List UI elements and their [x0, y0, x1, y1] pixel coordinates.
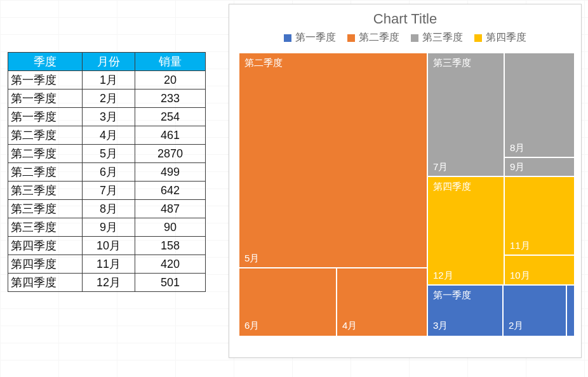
cell-quarter[interactable]: 第三季度	[8, 182, 83, 200]
treemap-leaf-label: 11月	[510, 240, 530, 252]
cell-month[interactable]: 3月	[83, 108, 135, 126]
treemap-leaf-label: 3月	[433, 320, 448, 332]
treemap-cell-q1-2[interactable]: 2月	[502, 284, 568, 337]
cell-month[interactable]: 12月	[83, 274, 135, 292]
treemap-cell-q4-11[interactable]: 11月	[504, 176, 575, 257]
cell-sales[interactable]: 499	[135, 163, 206, 182]
cell-month[interactable]: 5月	[83, 145, 135, 163]
table-row: 第二季度 5月 2870	[8, 145, 206, 163]
table-header-row: 季度 月份 销量	[8, 53, 206, 71]
cell-month[interactable]: 7月	[83, 182, 135, 200]
treemap-cell-q4-10[interactable]: 10月	[504, 255, 575, 287]
table-row: 第四季度 12月 501	[8, 274, 206, 292]
table-row: 第四季度 11月 420	[8, 255, 206, 274]
treemap-leaf-label: 4月	[342, 320, 357, 332]
cell-month[interactable]: 1月	[83, 71, 135, 89]
treemap-leaf-label: 10月	[510, 270, 530, 282]
treemap-cell-q3-7[interactable]: 第三季度 7月	[427, 52, 506, 178]
cell-sales[interactable]: 2870	[135, 145, 206, 163]
cell-sales[interactable]: 254	[135, 108, 206, 126]
cell-sales[interactable]: 20	[135, 71, 206, 89]
cell-quarter[interactable]: 第三季度	[8, 200, 83, 218]
cell-sales[interactable]: 501	[135, 274, 206, 292]
cell-sales[interactable]: 233	[135, 89, 206, 108]
legend-label: 第三季度	[422, 31, 463, 44]
cell-quarter[interactable]: 第四季度	[8, 237, 83, 255]
legend-item-q3[interactable]: 第三季度	[411, 31, 463, 44]
table-row: 第一季度 2月 233	[8, 89, 206, 108]
treemap-group-label: 第四季度	[433, 181, 471, 193]
treemap-leaf-label: 2月	[509, 320, 523, 332]
treemap-leaf-label: 6月	[244, 320, 259, 332]
cell-quarter[interactable]: 第一季度	[8, 108, 83, 126]
legend-label: 第二季度	[359, 31, 399, 44]
table-row: 第二季度 6月 499	[8, 163, 206, 182]
chart-title: Chart Title	[229, 4, 581, 31]
table-row: 第三季度 9月 90	[8, 218, 206, 237]
table-row: 第一季度 3月 254	[8, 108, 206, 126]
cell-quarter[interactable]: 第二季度	[8, 145, 83, 163]
table-row: 第四季度 10月 158	[8, 237, 206, 255]
cell-quarter[interactable]: 第一季度	[8, 89, 83, 108]
cell-quarter[interactable]: 第四季度	[8, 274, 83, 292]
cell-quarter[interactable]: 第一季度	[8, 71, 83, 89]
cell-sales[interactable]: 90	[135, 218, 206, 237]
legend-label: 第四季度	[486, 31, 526, 44]
cell-quarter[interactable]: 第三季度	[8, 218, 83, 237]
treemap-leaf-label: 8月	[510, 142, 525, 154]
legend-swatch-icon	[347, 34, 355, 42]
table-row: 第二季度 4月 461	[8, 126, 206, 145]
legend-swatch-icon	[474, 34, 482, 42]
treemap-cell-q3-9[interactable]: 9月	[504, 157, 575, 178]
cell-sales[interactable]: 461	[135, 126, 206, 145]
col-header-month[interactable]: 月份	[83, 53, 135, 71]
legend-item-q2[interactable]: 第二季度	[347, 31, 399, 44]
cell-sales[interactable]: 158	[135, 237, 206, 255]
chart-legend: 第一季度 第二季度 第三季度 第四季度	[229, 31, 581, 52]
legend-item-q1[interactable]: 第一季度	[284, 31, 336, 44]
col-header-sales[interactable]: 销量	[135, 53, 206, 71]
treemap-leaf-label: 5月	[244, 253, 259, 265]
treemap-cell-q2-5[interactable]: 第二季度 5月	[238, 52, 429, 270]
table-row: 第三季度 7月 642	[8, 182, 206, 200]
legend-swatch-icon	[284, 34, 291, 42]
cell-month[interactable]: 4月	[83, 126, 135, 145]
col-header-quarter[interactable]: 季度	[8, 53, 83, 71]
treemap-cell-q2-4[interactable]: 4月	[336, 267, 429, 337]
treemap-leaf-label: 9月	[510, 161, 525, 173]
table-row: 第三季度 8月 487	[8, 200, 206, 218]
treemap-cell-q4-12[interactable]: 第四季度 12月	[427, 176, 506, 287]
app-root: 季度 月份 销量 第一季度 1月 20 第一季度 2月 233 第一季度 3月 …	[0, 0, 588, 377]
legend-item-q4[interactable]: 第四季度	[474, 31, 526, 44]
cell-quarter[interactable]: 第四季度	[8, 255, 83, 274]
cell-month[interactable]: 10月	[83, 237, 135, 255]
treemap-cell-q3-8[interactable]: 8月	[504, 52, 575, 159]
treemap-group-label: 第三季度	[433, 57, 471, 69]
treemap-leaf-label: 7月	[433, 161, 448, 173]
cell-sales[interactable]: 642	[135, 182, 206, 200]
legend-label: 第一季度	[295, 31, 336, 44]
treemap-cell-q2-6[interactable]: 6月	[238, 267, 338, 337]
cell-month[interactable]: 11月	[83, 255, 135, 274]
table-row: 第一季度 1月 20	[8, 71, 206, 89]
cell-quarter[interactable]: 第二季度	[8, 163, 83, 182]
cell-sales[interactable]: 487	[135, 200, 206, 218]
chart-plot-area: 第二季度 5月 6月 4月 第三季度 7月 8月 9月 第四季度	[238, 52, 573, 334]
cell-month[interactable]: 2月	[83, 89, 135, 108]
treemap-leaf-label: 12月	[433, 270, 453, 282]
legend-swatch-icon	[411, 34, 418, 42]
cell-quarter[interactable]: 第二季度	[8, 126, 83, 145]
data-table: 季度 月份 销量 第一季度 1月 20 第一季度 2月 233 第一季度 3月 …	[8, 52, 206, 292]
cell-sales[interactable]: 420	[135, 255, 206, 274]
treemap-group-label: 第一季度	[433, 289, 471, 301]
treemap-group-label: 第二季度	[244, 57, 283, 69]
cell-month[interactable]: 9月	[83, 218, 135, 237]
chart-card[interactable]: Chart Title 第一季度 第二季度 第三季度 第四季度 第二季度	[229, 4, 582, 358]
cell-month[interactable]: 6月	[83, 163, 135, 182]
treemap-cell-q1-3[interactable]: 第一季度 3月	[427, 284, 505, 337]
treemap-cell-q1-1[interactable]	[566, 284, 575, 337]
cell-month[interactable]: 8月	[83, 200, 135, 218]
